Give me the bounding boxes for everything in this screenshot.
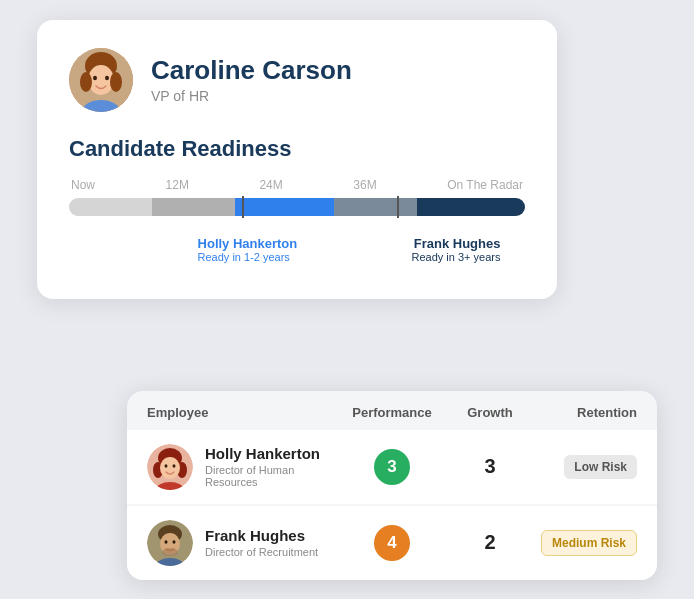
profile-name: Caroline Carson: [151, 55, 352, 86]
employee-info-holly: Holly Hankerton Director of Human Resour…: [147, 444, 343, 490]
bar-segment-12m: [152, 198, 235, 216]
annotation-frank: Frank Hughes Ready in 3+ years: [349, 236, 523, 263]
frank-risk-badge: Medium Risk: [541, 530, 637, 556]
table-row: Frank Hughes Director of Recruitment 4 2…: [127, 506, 657, 580]
holly-name: Holly Hankerton: [205, 445, 343, 462]
svg-point-5: [93, 75, 97, 79]
header-growth: Growth: [441, 405, 539, 420]
top-card: Caroline Carson VP of HR Candidate Readi…: [37, 20, 557, 299]
label-now: Now: [71, 178, 95, 192]
bar-segment-now: [69, 198, 152, 216]
bar-segment-24m: [235, 198, 334, 216]
frank-perf-badge: 4: [374, 525, 410, 561]
scene: Caroline Carson VP of HR Candidate Readi…: [37, 20, 657, 580]
profile-section: Caroline Carson VP of HR: [69, 48, 525, 112]
svg-point-14: [173, 464, 176, 467]
holly-annotation-name: Holly Hankerton: [198, 236, 349, 251]
annotation-holly: Holly Hankerton Ready in 1-2 years: [71, 236, 349, 263]
svg-point-12: [160, 457, 180, 479]
frank-role: Director of Recruitment: [205, 546, 318, 558]
frank-annotation-sub: Ready in 3+ years: [349, 251, 500, 263]
svg-point-3: [80, 72, 92, 92]
svg-point-19: [162, 548, 178, 556]
bar-segment-radar: [417, 198, 525, 216]
svg-point-2: [88, 65, 114, 95]
holly-retention-cell: Low Risk: [539, 455, 637, 479]
frank-performance-cell: 4: [343, 525, 441, 561]
timeline-marker-holly: [242, 196, 244, 218]
label-on-the-radar: On The Radar: [447, 178, 523, 192]
holly-growth: 3: [441, 455, 539, 478]
svg-point-13: [165, 464, 168, 467]
avatar-holly: [147, 444, 193, 490]
bottom-card: Employee Performance Growth Retention: [127, 391, 657, 580]
svg-point-21: [173, 540, 176, 543]
table-row: Holly Hankerton Director of Human Resour…: [127, 430, 657, 504]
holly-annotation-sub: Ready in 1-2 years: [198, 251, 349, 263]
timeline-marker-frank: [397, 196, 399, 218]
timeline-bar-wrapper: [69, 198, 525, 216]
employee-details-holly: Holly Hankerton Director of Human Resour…: [205, 445, 343, 488]
header-retention: Retention: [539, 405, 637, 420]
holly-perf-badge: 3: [374, 449, 410, 485]
avatar: [69, 48, 133, 112]
header-employee: Employee: [147, 405, 343, 420]
table-header: Employee Performance Growth Retention: [127, 391, 657, 430]
holly-role: Director of Human Resources: [205, 464, 343, 488]
frank-growth: 2: [441, 531, 539, 554]
holly-risk-badge: Low Risk: [564, 455, 637, 479]
avatar-frank: [147, 520, 193, 566]
frank-annotation-name: Frank Hughes: [349, 236, 500, 251]
label-24m: 24M: [259, 178, 282, 192]
timeline-annotations: Holly Hankerton Ready in 1-2 years Frank…: [69, 236, 525, 263]
header-performance: Performance: [343, 405, 441, 420]
frank-name: Frank Hughes: [205, 527, 318, 544]
section-heading: Candidate Readiness: [69, 136, 525, 162]
employee-details-frank: Frank Hughes Director of Recruitment: [205, 527, 318, 558]
employee-info-frank: Frank Hughes Director of Recruitment: [147, 520, 343, 566]
holly-performance-cell: 3: [343, 449, 441, 485]
svg-point-6: [105, 75, 109, 79]
frank-retention-cell: Medium Risk: [539, 530, 637, 556]
svg-point-4: [110, 72, 122, 92]
label-12m: 12M: [166, 178, 189, 192]
label-36m: 36M: [353, 178, 376, 192]
timeline-labels: Now 12M 24M 36M On The Radar: [69, 178, 525, 192]
timeline-bar: [69, 198, 525, 216]
profile-info: Caroline Carson VP of HR: [151, 55, 352, 104]
bar-segment-36m: [334, 198, 417, 216]
profile-title: VP of HR: [151, 88, 352, 104]
svg-point-20: [165, 540, 168, 543]
